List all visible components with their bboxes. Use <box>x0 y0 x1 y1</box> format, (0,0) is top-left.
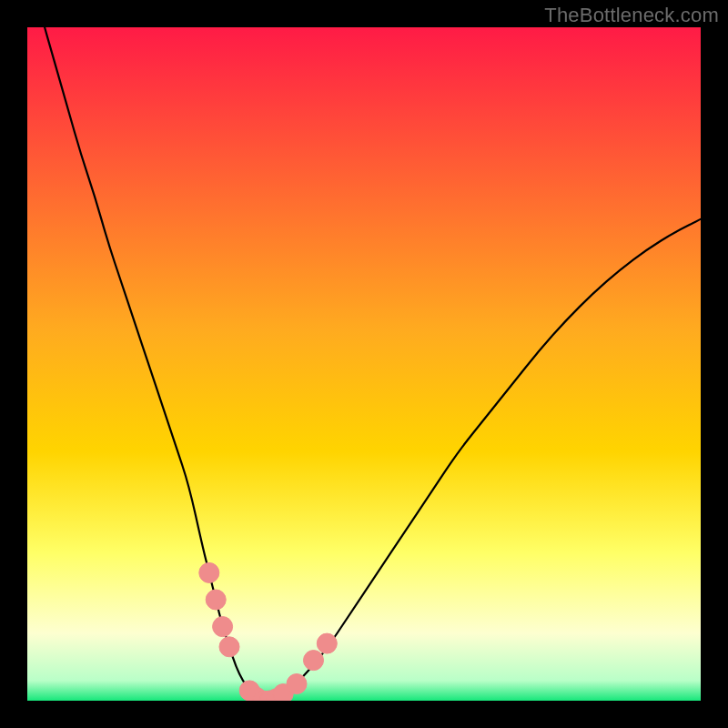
curve-marker <box>213 617 233 637</box>
curve-marker <box>219 637 239 657</box>
bottleneck-chart <box>0 0 728 728</box>
curve-marker <box>199 562 219 582</box>
chart-frame: { "watermark": "TheBottleneck.com", "col… <box>0 0 728 728</box>
curve-marker <box>287 674 307 694</box>
curve-marker <box>317 633 337 653</box>
curve-marker <box>304 651 324 671</box>
plot-background <box>27 27 701 701</box>
curve-marker <box>206 590 226 610</box>
watermark-text: TheBottleneck.com <box>544 4 719 27</box>
